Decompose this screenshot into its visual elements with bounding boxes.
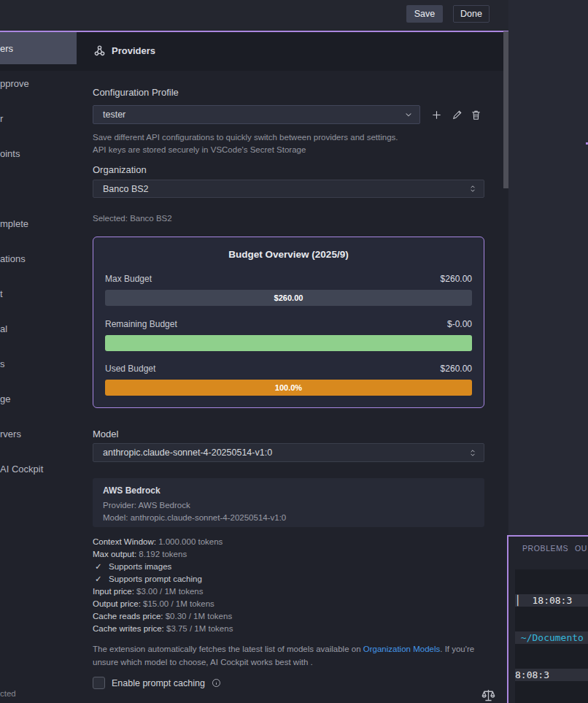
select-updown-icon bbox=[468, 448, 477, 458]
prompt-caching-label: Enable prompt caching bbox=[112, 678, 205, 688]
tab-problems[interactable]: PROBLEMS bbox=[522, 544, 568, 553]
organization-selected-text: Selected: Banco BS2 bbox=[93, 214, 172, 223]
right-editor-group: PROBLEMS OU │ 18:08:3 ~/Documento 8:08:3… bbox=[508, 0, 588, 703]
vscode-window: Save Done ers pprove r oints mplete atio… bbox=[0, 0, 588, 703]
model-info-model: Model: anthropic.claude-sonnet-4-2025051… bbox=[103, 512, 474, 524]
add-profile-button[interactable] bbox=[429, 107, 444, 122]
trash-icon bbox=[471, 110, 481, 120]
budget-row-remaining: Remaining Budget $-0.00 bbox=[105, 319, 472, 329]
chevron-down-icon bbox=[404, 110, 413, 119]
detail-supports-images: ✓Supports images bbox=[93, 561, 233, 573]
detail-supports-prompt-caching: ✓Supports prompt caching bbox=[93, 573, 233, 585]
prompt-caching-checkbox[interactable] bbox=[93, 677, 105, 689]
models-note: The extension automatically fetches the … bbox=[93, 643, 495, 669]
organization-select[interactable]: Banco BS2 bbox=[93, 180, 484, 198]
budget-row-max: Max Budget $260.00 bbox=[105, 274, 472, 284]
budget-bar-remaining bbox=[105, 335, 472, 351]
edit-profile-button[interactable] bbox=[449, 107, 464, 122]
budget-bar-text: $260.00 bbox=[274, 293, 303, 302]
profile-help-line-2: API keys are stored securely in VSCode's… bbox=[93, 144, 398, 156]
detail-label: Cache writes price: bbox=[93, 624, 164, 633]
delete-profile-button[interactable] bbox=[468, 107, 483, 122]
configuration-profile-dropdown[interactable]: tester bbox=[93, 105, 420, 124]
budget-row-label: Remaining Budget bbox=[105, 319, 177, 329]
detail-value: $0.30 / 1M tokens bbox=[163, 612, 233, 621]
detail-cache-writes-price: Cache writes price: $3.75 / 1M tokens bbox=[93, 623, 233, 635]
check-icon: ✓ bbox=[93, 561, 109, 573]
check-icon: ✓ bbox=[93, 573, 109, 585]
select-updown-icon bbox=[468, 184, 477, 193]
configuration-profile-value: tester bbox=[93, 110, 404, 120]
detail-label: Cache reads price: bbox=[93, 612, 163, 621]
panel-focus-border-top bbox=[507, 535, 588, 537]
budget-overview-panel: Budget Overview (2025/9) Max Budget $260… bbox=[93, 237, 484, 408]
detail-label: Input price: bbox=[93, 587, 134, 596]
model-select[interactable]: anthropic.claude-sonnet-4-20250514-v1:0 bbox=[93, 443, 484, 462]
terminal-line: 8:08:3 bbox=[515, 669, 588, 681]
plus-icon bbox=[431, 110, 442, 120]
detail-max-output: Max output: 8.192 tokens bbox=[93, 548, 233, 561]
terminal-text: 18:08:3 bbox=[521, 595, 572, 606]
scales-icon bbox=[481, 688, 496, 703]
detail-value: 8.192 tokens bbox=[136, 550, 187, 558]
organization-value: Banco BS2 bbox=[93, 184, 468, 194]
model-info-box: AWS Bedrock Provider: AWS Bedrock Model:… bbox=[93, 478, 484, 527]
budget-title: Budget Overview (2025/9) bbox=[93, 249, 484, 260]
model-value: anthropic.claude-sonnet-4-20250514-v1:0 bbox=[93, 447, 468, 458]
detail-output-price: Output price: $15.00 / 1M tokens bbox=[93, 598, 233, 610]
detail-cache-reads-price: Cache reads price: $0.30 / 1M tokens bbox=[93, 610, 233, 623]
budget-row-label: Used Budget bbox=[105, 364, 155, 374]
detail-label: Context Window: bbox=[93, 537, 156, 546]
prompt-caching-row: Enable prompt caching bbox=[93, 677, 221, 689]
settings-editor: Save Done ers pprove r oints mplete atio… bbox=[0, 0, 508, 703]
panel-focus-border-left bbox=[507, 535, 508, 703]
info-icon[interactable] bbox=[212, 678, 221, 688]
detail-value: $3.00 / 1M tokens bbox=[134, 587, 204, 596]
detail-value: 1.000.000 tokens bbox=[156, 537, 223, 546]
organization-label: Organization bbox=[93, 164, 147, 175]
model-label: Model bbox=[93, 429, 118, 439]
bottom-panel: PROBLEMS OU │ 18:08:3 ~/Documento 8:08:3… bbox=[508, 535, 588, 703]
pencil-icon bbox=[452, 110, 463, 120]
status-fragment: cted bbox=[0, 689, 16, 698]
detail-value: $15.00 / 1M tokens bbox=[141, 599, 214, 608]
detail-label: Output price: bbox=[93, 599, 141, 608]
budget-bar-text: 100.0% bbox=[275, 383, 302, 392]
detail-label: Max output: bbox=[93, 550, 136, 558]
settings-content: Configuration Profile tester Save differ… bbox=[0, 0, 508, 703]
budget-row-value: $260.00 bbox=[441, 274, 472, 284]
tab-output[interactable]: OU bbox=[575, 544, 587, 553]
budget-row-value: $260.00 bbox=[441, 364, 472, 374]
budget-bar-max: $260.00 bbox=[105, 290, 472, 306]
budget-bar-used: 100.0% bbox=[105, 380, 472, 396]
terminal-cursor: │ bbox=[515, 595, 521, 606]
budget-row-value: $-0.00 bbox=[447, 319, 472, 329]
panel-tabs: PROBLEMS OU bbox=[508, 544, 588, 558]
budget-row-label: Max Budget bbox=[105, 274, 152, 284]
terminal-line: ~/Documento bbox=[515, 631, 588, 644]
profile-help-line-1: Save different API configurations to qui… bbox=[93, 131, 398, 144]
model-info-provider: Provider: AWS Bedrock bbox=[103, 499, 474, 512]
model-info-title: AWS Bedrock bbox=[103, 485, 474, 496]
detail-value: $3.75 / 1M tokens bbox=[164, 624, 233, 633]
profile-help-text: Save different API configurations to qui… bbox=[93, 131, 398, 156]
webview-scrollbar[interactable] bbox=[503, 31, 508, 188]
terminal-output[interactable]: │ 18:08:3 ~/Documento 8:08:3 ~/Documento… bbox=[515, 569, 588, 703]
detail-label: Supports prompt caching bbox=[109, 575, 202, 583]
budget-row-used: Used Budget $260.00 bbox=[105, 364, 472, 374]
detail-label: Supports images bbox=[109, 562, 171, 571]
organization-models-link[interactable]: Organization Models bbox=[363, 645, 440, 653]
detail-context-window: Context Window: 1.000.000 tokens bbox=[93, 536, 233, 548]
configuration-profile-label: Configuration Profile bbox=[93, 87, 179, 98]
models-note-text-before: The extension automatically fetches the … bbox=[93, 645, 363, 653]
detail-input-price: Input price: $3.00 / 1M tokens bbox=[93, 585, 233, 598]
terminal-line: │ 18:08:3 bbox=[515, 594, 588, 607]
model-details: Context Window: 1.000.000 tokens Max out… bbox=[93, 536, 233, 635]
